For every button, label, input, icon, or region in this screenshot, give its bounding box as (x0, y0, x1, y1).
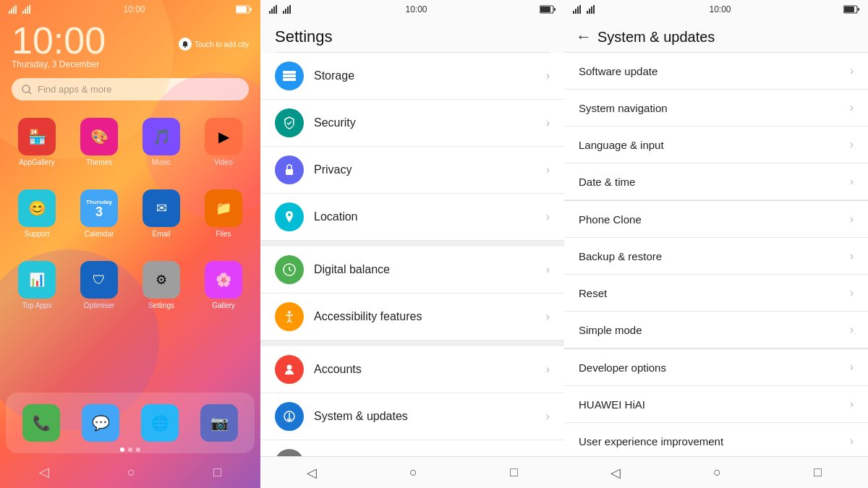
system-updates-label: System & updates (314, 410, 546, 423)
svg-rect-38 (575, 9, 576, 14)
system-item-simple-mode[interactable]: Simple mode › (564, 312, 868, 348)
system-home-button[interactable]: ○ (713, 465, 721, 480)
system-list: Software update › System navigation › La… (564, 53, 868, 456)
settings-list: Storage › Security › Privacy › Location … (260, 53, 564, 456)
dock-messages[interactable]: 💬 (71, 398, 130, 448)
system-item-reset[interactable]: Reset › (564, 275, 868, 312)
browser-icon: 🌐 (141, 404, 179, 442)
calendar-label: Calendar (85, 230, 114, 238)
storage-label: Storage (314, 69, 546, 82)
settings-item-system[interactable]: System & updates › (260, 393, 564, 440)
about-phone-icon (275, 449, 304, 456)
system-back-button[interactable]: ◁ (610, 465, 621, 481)
svg-rect-46 (844, 7, 854, 12)
settings-signal (269, 5, 293, 14)
system-item-navigation[interactable]: System navigation › (564, 90, 868, 127)
notification-bell[interactable] (179, 38, 192, 51)
accounts-chevron: › (546, 363, 550, 376)
digital-balance-label: Digital balance (314, 263, 546, 276)
phone-clone-label: Phone Clone (579, 213, 850, 226)
svg-rect-9 (237, 7, 247, 12)
settings-item-accounts[interactable]: Accounts › (260, 346, 564, 393)
system-item-software-update[interactable]: Software update › (564, 53, 868, 90)
svg-rect-16 (273, 7, 275, 14)
accessibility-label: Accessibility features (314, 310, 546, 323)
system-item-backup[interactable]: Backup & restore › (564, 238, 868, 275)
svg-rect-10 (250, 8, 252, 11)
phone-icon: 📞 (22, 404, 60, 442)
settings-item-privacy[interactable]: Privacy › (260, 147, 564, 194)
backup-restore-label: Backup & restore (579, 250, 850, 262)
appgallery-icon: 🏪 (18, 118, 56, 155)
settings-item-digital-balance[interactable]: Digital balance › (260, 247, 564, 294)
location-icon (275, 202, 304, 231)
dock-phone[interactable]: 📞 (12, 398, 71, 448)
software-update-label: Software update (579, 65, 850, 77)
settings-item-accessibility[interactable]: Accessibility features › (260, 294, 564, 341)
svg-rect-18 (283, 11, 284, 14)
huawei-hiai-label: HUAWEI HiAI (579, 398, 850, 411)
developer-options-chevron: › (850, 361, 854, 374)
settings-divider-1 (260, 241, 564, 247)
dock-camera[interactable]: 📷 (190, 398, 249, 448)
recents-button[interactable]: □ (213, 465, 221, 480)
home-button[interactable]: ○ (127, 465, 135, 480)
svg-rect-15 (271, 9, 273, 14)
reset-chevron: › (850, 286, 854, 299)
system-item-phone-clone[interactable]: Phone Clone › (564, 201, 868, 238)
svg-rect-44 (593, 5, 595, 14)
app-calendar[interactable]: Thursday 3 Calendar (68, 184, 130, 244)
svg-rect-39 (577, 7, 579, 14)
user-experience-label: User experience improvement (579, 435, 850, 448)
calendar-icon: Thursday 3 (80, 189, 118, 227)
simple-mode-chevron: › (850, 323, 854, 336)
files-icon: 📁 (205, 189, 242, 227)
date-time-label: Date & time (579, 176, 850, 188)
back-arrow-button[interactable]: ← (576, 27, 592, 46)
digital-balance-icon (275, 255, 304, 284)
system-nav-bar: ◁ ○ □ (564, 456, 868, 488)
system-item-user-experience[interactable]: User experience improvement › (564, 423, 868, 456)
settings-status-bar: 10:00 (260, 0, 564, 19)
settings-recents-button[interactable]: □ (510, 465, 518, 480)
svg-rect-20 (287, 7, 289, 14)
system-item-datetime[interactable]: Date & time › (564, 163, 868, 200)
svg-rect-11 (184, 47, 186, 48)
settings-icon: ⚙ (142, 261, 180, 299)
settings-item-about[interactable]: About phone › (260, 440, 564, 456)
settings-home-button[interactable]: ○ (409, 465, 417, 480)
dock-browser[interactable]: 🌐 (130, 398, 190, 448)
phone-clone-chevron: › (850, 213, 854, 226)
system-item-language[interactable]: Language & input › (564, 127, 868, 163)
camera-icon: 📷 (200, 404, 238, 442)
system-item-hiai[interactable]: HUAWEI HiAI › (564, 386, 868, 423)
simple-mode-label: Simple mode (579, 324, 850, 336)
location-chevron: › (546, 210, 550, 223)
app-support[interactable]: 😊 Support (6, 184, 68, 244)
system-time: 10:00 (709, 4, 731, 14)
svg-rect-27 (283, 78, 296, 81)
email-icon: ✉ (142, 189, 180, 227)
svg-rect-25 (283, 71, 296, 74)
settings-item-location[interactable]: Location › (260, 194, 564, 241)
system-recents-button[interactable]: □ (814, 465, 822, 480)
svg-rect-41 (587, 11, 588, 14)
email-label: Email (152, 230, 170, 238)
back-button[interactable]: ◁ (39, 464, 49, 480)
svg-rect-42 (589, 9, 590, 14)
huawei-hiai-chevron: › (850, 398, 854, 411)
svg-point-32 (287, 365, 292, 370)
privacy-label: Privacy (314, 163, 546, 176)
language-input-chevron: › (850, 138, 854, 151)
gallery-icon: 🌸 (205, 261, 242, 299)
settings-back-button[interactable]: ◁ (307, 465, 317, 481)
support-icon: 😊 (18, 189, 56, 227)
settings-item-storage[interactable]: Storage › (260, 53, 564, 100)
touch-city[interactable]: Touch to add city (179, 38, 249, 51)
themes-icon: 🎨 (80, 118, 118, 155)
app-gallery[interactable]: 🌸 Gallery (192, 255, 255, 315)
settings-item-security[interactable]: Security › (260, 100, 564, 147)
system-item-developer[interactable]: Developer options › (564, 349, 868, 386)
system-updates-chevron: › (546, 410, 550, 423)
messages-icon: 💬 (82, 404, 119, 442)
